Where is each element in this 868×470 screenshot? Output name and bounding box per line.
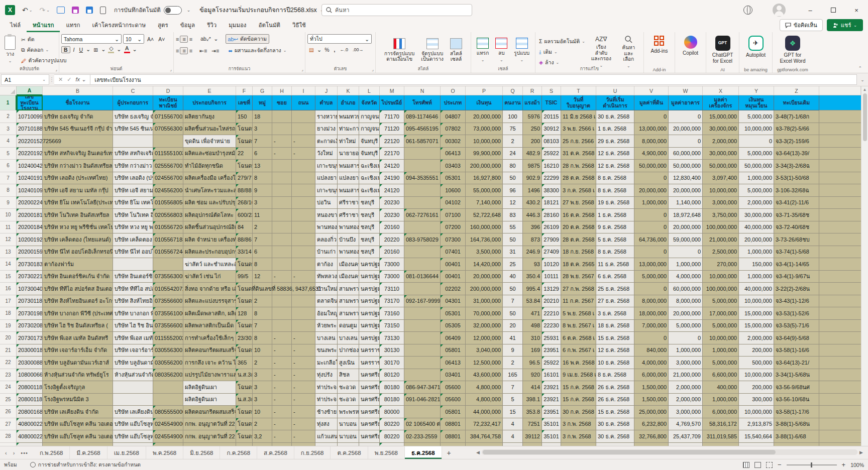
cell-S15[interactable]: 10111 [542, 271, 561, 283]
col-header-M[interactable]: M [380, 86, 404, 95]
align-bottom-icon[interactable]: ≡ [189, 36, 192, 42]
cell-L21[interactable]: นครราชสีมา [359, 344, 380, 357]
cell-G5[interactable]: 6 [253, 148, 272, 160]
row-header-4[interactable]: 4 [0, 135, 17, 148]
cell-N9[interactable] [404, 197, 441, 209]
cell-U5[interactable]: 12 ธ.ค. 2568 [596, 148, 634, 160]
cell-AA16-partial[interactable] [819, 283, 861, 295]
excel-logo-icon[interactable]: X [5, 5, 15, 15]
col-header-W[interactable]: W [669, 86, 703, 95]
col-header-H[interactable]: H [272, 86, 292, 95]
cell-T25[interactable]: 15 ก.ค. 2568 [561, 394, 596, 406]
fill-button[interactable]: ⤓เติม⌄ [537, 47, 587, 57]
cell-Z7[interactable]: 3-53(1)-50/68 [774, 172, 819, 185]
menu-tab-รีวิว[interactable]: รีวิว [201, 19, 223, 32]
cell-D5[interactable]: 01155510031 [153, 148, 183, 160]
cell-AA5-partial[interactable] [819, 148, 861, 160]
cell-D25[interactable] [153, 394, 183, 406]
cell-M24[interactable]: 80180 [380, 381, 404, 394]
cell-S12[interactable]: 27909 [542, 233, 561, 246]
cell-K20[interactable]: บางเลน [338, 332, 359, 344]
autosave-control[interactable]: การบันทึกอัตโนมัติ [114, 6, 182, 15]
col-header-X[interactable]: X [703, 86, 739, 95]
cell-W23[interactable]: 21,000,000 [669, 369, 703, 382]
sheet-tab-ก.ย.2568[interactable]: ก.ย.2568 [294, 446, 331, 459]
cell-W24[interactable]: 2,000,000 [669, 381, 703, 394]
cell-J21[interactable]: ขนงพระ [315, 344, 338, 357]
col-header-T[interactable]: T [561, 86, 596, 95]
cell-P23[interactable]: 43,600,000 [466, 369, 503, 382]
cell-C15[interactable]: บริษัท อินเตอร์ชิคเก้น [113, 271, 153, 283]
cell-U9[interactable]: 19 ธ.ค. 2568 [596, 197, 634, 209]
cell-K18[interactable]: สามพราน [338, 307, 359, 320]
cell-M12[interactable]: 20220 [380, 233, 404, 246]
cell-X7[interactable]: 3,097,400 [703, 172, 739, 185]
cell-L15[interactable]: นครปฐม [359, 271, 380, 283]
cell-V11[interactable]: 0 [634, 221, 669, 234]
sheet-tab-พ.ย.2568[interactable]: พ.ย.2568 [368, 446, 405, 459]
cell-K23[interactable]: สิชล [338, 369, 359, 382]
cell-U8[interactable]: 8 ธ.ค. 2568 [596, 184, 634, 197]
cell-O19[interactable]: 05305 [441, 320, 466, 332]
cell-Z1[interactable]: ทะเบียนเดิม [774, 95, 819, 110]
cell-K8[interactable]: พนมสารคาม [338, 184, 359, 197]
cell-T22[interactable]: 16 พ.ค. 2568 [561, 357, 596, 369]
zoom-in-icon[interactable]: + [842, 461, 846, 468]
cell-Z18[interactable]: จ3-53(1)-52/6 [774, 307, 819, 320]
cell-Z8[interactable]: 3-106-32/68ฉ [774, 184, 819, 197]
cell-AA27-partial[interactable] [819, 418, 861, 431]
cell-X21[interactable]: 1,000,000 [703, 344, 739, 357]
cell-G3[interactable]: 3 [253, 123, 272, 136]
menu-tab-มุมมอง[interactable]: มุมมอง [223, 19, 252, 32]
cell-J13[interactable]: บ้านเก่า [315, 246, 338, 259]
cell-X5[interactable]: 30,000,000 [703, 148, 739, 160]
cell-O4[interactable]: 00302 [441, 135, 466, 148]
cell-AA1-partial[interactable] [819, 95, 861, 110]
cell-B6[interactable]: บริษัท กว่างม่าว อินดัสเทรียล [43, 160, 113, 172]
cell-AA26-partial[interactable] [819, 406, 861, 418]
cell-W18[interactable]: 20,000,000 [669, 307, 703, 320]
cell-Q28[interactable]: 4 [503, 430, 523, 443]
cell-R28[interactable]: 39112 [523, 430, 542, 443]
cell-B3[interactable]: บริษัท 545 ซินเนอร์จี กรุ๊ป จำกัด [43, 123, 113, 136]
cell-A11[interactable]: 202001845256 [17, 221, 43, 234]
scroll-up-icon[interactable]: ▲ [863, 87, 867, 92]
cell-AA13-partial[interactable] [819, 246, 861, 259]
cell-H4[interactable]: - [272, 135, 292, 148]
cell-J10[interactable]: หนองขาม [315, 209, 338, 221]
cell-L7[interactable]: ฉะเชิงเทรา [359, 172, 380, 185]
accounting-format-icon[interactable]: ▤ [307, 46, 315, 53]
clipboard-dialog-launcher[interactable]: ⌟ [55, 67, 57, 72]
increase-indent-icon[interactable]: ⇥≡ [210, 47, 221, 54]
cell-G4[interactable]: 7 [253, 135, 272, 148]
cell-N6[interactable] [404, 160, 441, 172]
cell-B5[interactable]: บริษัท สหกิจเจริญ อินเตอร์เทรด [43, 148, 113, 160]
cell-L23[interactable]: นครศรีธรรมราช [359, 369, 380, 382]
cell-U15[interactable]: 6 ธ.ค. 2568 [596, 271, 634, 283]
cell-P5[interactable]: 99,900,000 [466, 148, 503, 160]
row-header-20[interactable]: 20 [0, 332, 17, 344]
cell-J15[interactable]: ทัพหลวง [315, 271, 338, 283]
cell-S8[interactable]: 38300 [542, 184, 561, 197]
cell-Y25[interactable]: 300,000 [739, 394, 774, 406]
cell-L6[interactable]: ฉะเชิงเทรา [359, 160, 380, 172]
cell-X2[interactable]: 15,000,000 [703, 110, 739, 123]
cell-A14[interactable]: 207301838256 [17, 258, 43, 271]
cell-C19[interactable]: บริษัท ไฮ ริช อินดัสเทรียล [113, 320, 153, 332]
cell-K11[interactable]: พานทอง [338, 221, 359, 234]
cell-Q17[interactable]: 7 [503, 295, 523, 308]
cell-R18[interactable]: 471 [523, 307, 542, 320]
cell-A5[interactable]: 202201925256 [17, 148, 43, 160]
touch-mode-icon[interactable] [57, 7, 65, 14]
cell-N20[interactable] [404, 332, 441, 344]
cell-B14[interactable]: ตาก้องฟาร์ม [43, 258, 113, 271]
cell-W22[interactable]: 3,000,000 [669, 357, 703, 369]
cell-F4[interactable]: โฉนดที่ [236, 135, 253, 148]
cell-N25[interactable]: 091-046-2821 [404, 394, 441, 406]
cell-H2[interactable] [272, 110, 292, 123]
row-header-15[interactable]: 15 [0, 271, 17, 283]
cell-F11[interactable]: 84 [236, 221, 253, 234]
cell-Z10[interactable]: จ3-71-35/68ช [774, 209, 819, 221]
cell-B20[interactable]: บริษัท พีเอส เมทัล อินดัสทรี [43, 332, 113, 344]
cell-Z26[interactable]: จ3-58(1)-17/6 [774, 406, 819, 418]
